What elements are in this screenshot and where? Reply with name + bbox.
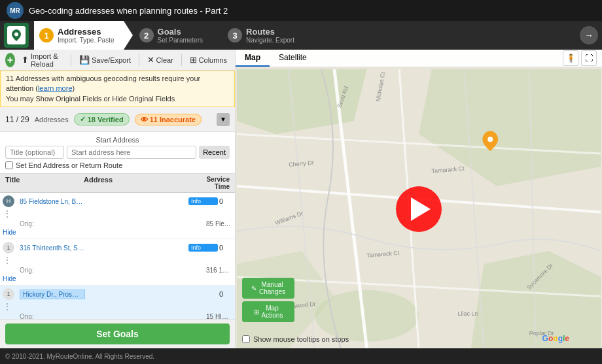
tab-map[interactable]: Map <box>236 50 270 67</box>
step-1-title: Addresses <box>58 27 115 37</box>
step-2-num: 2 <box>139 28 154 42</box>
title-input[interactable] <box>5 146 64 159</box>
svg-point-23 <box>487 137 493 142</box>
filter-button[interactable]: ▼ <box>217 113 230 126</box>
top-bar: MR Geo-coding addresses when planning ro… <box>0 0 602 21</box>
map-controls: ✎ ManualChanges ⊞ MapActions <box>242 278 294 322</box>
end-address-row: Set End Address or Return Route <box>5 161 230 169</box>
service-time: 0 <box>219 244 232 252</box>
tab-satellite[interactable]: Satellite <box>270 50 316 67</box>
step-2-sub: Set Parameters <box>158 37 203 44</box>
svg-text:Lilac Ln: Lilac Ln <box>458 310 478 317</box>
add-address-button[interactable]: + <box>5 53 15 67</box>
row-options[interactable]: ⋮ <box>3 208 18 219</box>
verified-badge: ✓ 18 Verified <box>74 113 130 125</box>
copyright-text: © 2010-2021. MyRouteOnline. All Rights R… <box>5 353 154 360</box>
step-bar: 1 Addresses Import. Type. Paste 2 Goals … <box>0 21 602 50</box>
clear-button[interactable]: ✕ Clear <box>145 54 176 66</box>
import-reload-button[interactable]: ⬆ Import & Reload <box>19 51 65 69</box>
svg-point-4 <box>315 290 419 342</box>
row-title: 85 Fieldstone Ln, Beacon Falls, CT 06403… <box>20 198 85 205</box>
row-title: 316 Thirteenth St, St. Augustine, FL 320… <box>20 244 85 252</box>
step-3-routes[interactable]: 3 Routes Navigate. Export <box>222 21 304 50</box>
left-footer: Set Goals <box>0 319 235 348</box>
map-tabs: Map Satellite 🧍 ⛶ <box>236 50 602 67</box>
table-row: 1 316 Thirteenth St, St. Augustine, FL 3… <box>0 239 235 286</box>
map-fullscreen-icon[interactable]: ⛶ <box>581 50 597 66</box>
verified-label: Verified <box>97 116 124 124</box>
toolbar-separator-1 <box>71 54 71 66</box>
eye-icon: 👁 <box>141 116 148 124</box>
main-layout: + ⬆ Import & Reload 💾 Save/Export ✕ Clea… <box>0 50 602 348</box>
end-address-checkbox[interactable] <box>5 161 13 169</box>
stats-bar: 11 / 29 Addresses ✓ 18 Verified 👁 11 Ina… <box>0 107 235 132</box>
columns-button[interactable]: ⊞ Columns <box>187 54 230 66</box>
show-tooltip-label: Show mouse tooltips on stops <box>253 335 349 343</box>
orig-label: Orig: <box>20 220 205 227</box>
step-3-title: Routes <box>246 27 294 37</box>
row-options[interactable]: ⋮ <box>3 301 18 312</box>
address-count: 11 / 29 <box>5 115 29 124</box>
play-triangle-icon <box>411 197 431 221</box>
save-export-button[interactable]: 💾 Save/Export <box>77 54 133 66</box>
row-icon: 1 <box>3 288 14 300</box>
start-address-label: Start Address <box>5 136 230 144</box>
service-time: 0 <box>219 290 232 298</box>
service-time: 0 <box>219 197 232 205</box>
table-header: Title Address Service Time <box>0 174 235 193</box>
map-panel: Map Satellite 🧍 ⛶ <box>236 50 602 348</box>
learn-more-link[interactable]: learn more <box>38 84 73 92</box>
table-row: H 85 Fieldstone Ln, Beacon Falls, CT 064… <box>0 193 235 239</box>
app-logo: MR <box>7 2 24 19</box>
orig-label: Orig: <box>20 267 205 274</box>
recent-button[interactable]: Recent <box>199 146 230 159</box>
toolbar-separator-3 <box>181 54 182 66</box>
map-person-icon[interactable]: 🧍 <box>563 50 578 66</box>
row-icon: H <box>3 195 14 207</box>
hide-orig-button[interactable]: Hide <box>3 229 18 236</box>
info-button[interactable]: Info <box>188 197 218 205</box>
orig-text: 15 HICKORY DRIVE, PROSPECT, CT 06712 <box>206 313 232 319</box>
step-1-sub: Import. Type. Paste <box>58 37 115 44</box>
address-list: H 85 Fieldstone Ln, Beacon Falls, CT 064… <box>0 193 235 319</box>
show-tooltip-checkbox[interactable] <box>242 335 250 343</box>
col-address: Address <box>84 176 194 190</box>
row-options[interactable]: ⋮ <box>3 255 18 265</box>
page-title: Geo-coding addresses when planning route… <box>29 6 228 16</box>
info-button[interactable]: Info <box>188 244 218 252</box>
verified-icon: ✓ <box>80 115 86 124</box>
table-row: 1 Hickory Dr., Prospect, CT 06712, USA 0… <box>0 286 235 319</box>
play-button[interactable] <box>396 186 442 232</box>
hide-orig-button[interactable]: Hide <box>3 275 18 282</box>
info-bar: 11 Addresses with ambiguous geocoding re… <box>0 71 235 107</box>
pencil-icon: ✎ <box>251 285 257 292</box>
left-panel: + ⬆ Import & Reload 💾 Save/Export ✕ Clea… <box>0 50 236 348</box>
step-1-num: 1 <box>39 28 54 42</box>
set-goals-button[interactable]: Set Goals <box>5 323 230 344</box>
map-background: Scott Rd Nicholas Ct Cherry Dr Tamarack … <box>236 69 602 348</box>
col-service-time: Service Time <box>194 176 230 190</box>
import-icon: ⬆ <box>22 55 29 65</box>
inaccurate-badge: 👁 11 Inaccurate <box>135 114 202 125</box>
columns-icon: ⊞ <box>190 55 197 65</box>
verified-count: 18 <box>88 116 96 124</box>
row-title: Hickory Dr., Prospect, CT 06712, USA <box>20 290 85 299</box>
next-nav-button[interactable]: → <box>580 26 598 44</box>
addresses-label: Addresses <box>35 116 69 124</box>
step-1-addresses[interactable]: 1 Addresses Import. Type. Paste <box>34 21 124 50</box>
map-icon-area: 🧍 ⛶ <box>563 50 602 67</box>
address-input-row: Recent <box>5 146 230 159</box>
bottom-bar: © 2010-2021. MyRouteOnline. All Rights R… <box>0 348 602 364</box>
grid-icon: ⊞ <box>254 308 259 316</box>
row-icon: 1 <box>3 242 14 254</box>
save-icon: 💾 <box>79 55 90 65</box>
end-address-label: Set End Address or Return Route <box>16 161 122 169</box>
start-address-input[interactable] <box>67 146 196 159</box>
google-logo: Google <box>542 334 569 343</box>
col-title: Title <box>5 176 84 190</box>
show-tooltip-row: Show mouse tooltips on stops <box>242 335 349 343</box>
map-actions-button[interactable]: ⊞ MapActions <box>242 301 294 322</box>
step-2-title: Goals <box>158 27 203 37</box>
step-2-goals[interactable]: 2 Goals Set Parameters <box>134 21 212 50</box>
manual-changes-button[interactable]: ✎ ManualChanges <box>242 278 294 299</box>
